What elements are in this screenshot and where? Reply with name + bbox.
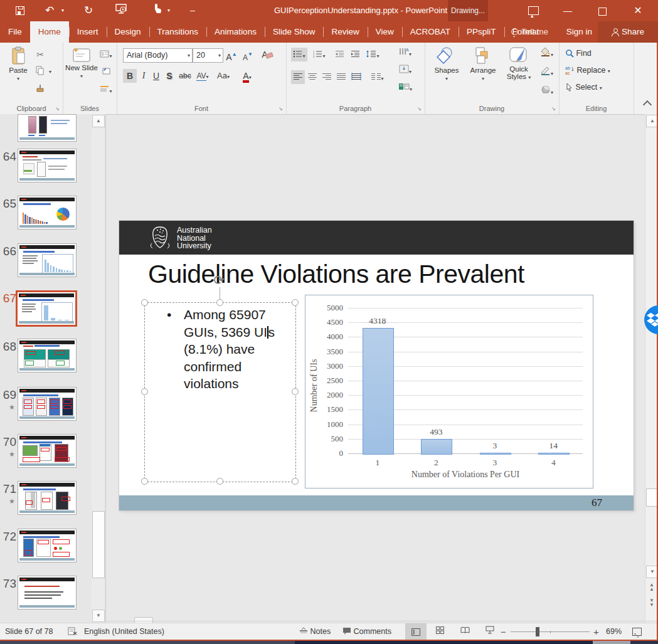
notes-toggle[interactable]: Notes xyxy=(299,623,331,640)
cut-button[interactable]: ✂ xyxy=(33,48,48,61)
slide-indicator[interactable]: Slide 67 of 78 xyxy=(5,623,53,640)
main-scrollbar[interactable]: ▲ ▼ ▲▲ ▼▼ xyxy=(645,114,658,623)
line-spacing-button[interactable]: ▾ xyxy=(364,48,381,61)
slide-thumbnail-65[interactable] xyxy=(18,196,77,230)
underline-button[interactable]: U xyxy=(150,69,162,83)
font-color-button[interactable]: A▾ xyxy=(240,69,255,83)
tab-insert[interactable]: Insert xyxy=(69,21,107,43)
shape-outline-button[interactable]: ▾ xyxy=(538,65,556,79)
ribbon-display-options-button[interactable] xyxy=(523,0,544,21)
section-button[interactable]: ▾ xyxy=(99,83,113,97)
increase-font-size-button[interactable]: A▲ xyxy=(225,48,238,61)
normal-view-button[interactable] xyxy=(405,623,427,640)
convert-to-smartart-button[interactable]: ▾ xyxy=(393,81,418,95)
slide-thumbnail-71[interactable] xyxy=(18,481,77,515)
selection-handle-mid-left[interactable] xyxy=(141,388,148,395)
align-text-button[interactable]: ▾ xyxy=(393,63,418,77)
thumbnail-scroll-up-button[interactable]: ▲ xyxy=(92,115,105,127)
copy-button[interactable] xyxy=(33,65,48,79)
slide-thumbnail-67[interactable] xyxy=(16,290,77,327)
tab-acrobat[interactable]: ACROBAT xyxy=(402,21,459,43)
bullets-button[interactable]: ▾ xyxy=(291,48,307,61)
selection-handle-mid-right[interactable] xyxy=(292,388,299,395)
zoom-level[interactable]: 69% xyxy=(606,623,622,640)
rotate-handle-icon[interactable]: ⟳ xyxy=(211,272,227,288)
share-button[interactable]: Share xyxy=(598,21,658,43)
sign-in-button[interactable]: Sign in xyxy=(566,21,592,43)
drawing-dialog-launcher[interactable]: ↘ xyxy=(551,106,557,112)
minimize-button[interactable]: — xyxy=(557,0,578,21)
fit-slide-to-window-button[interactable] xyxy=(632,623,642,640)
reading-view-button[interactable] xyxy=(454,623,475,640)
zoom-in-button[interactable]: + xyxy=(593,623,599,640)
shapes-button[interactable]: Shapes▾ xyxy=(430,46,464,82)
undo-dropdown-icon[interactable]: ▾ xyxy=(60,0,66,21)
strikethrough-button[interactable]: abc xyxy=(177,69,193,83)
tab-review[interactable]: Review xyxy=(323,21,367,43)
tab-ppsplit[interactable]: PPspliT xyxy=(459,21,504,43)
customize-qat-icon[interactable]: ▾ xyxy=(188,0,197,21)
font-name-combo[interactable]: Arial (Body)▾ xyxy=(123,48,193,63)
selection-handle-bottom-center[interactable] xyxy=(216,478,223,485)
tell-me-button[interactable]: Tell me xyxy=(511,21,548,43)
bar-chart[interactable]: 0500100015002000250030003500400045005000… xyxy=(305,295,593,488)
close-button[interactable]: ✕ xyxy=(627,0,649,21)
reset-slide-button[interactable] xyxy=(99,65,113,79)
align-center-button[interactable] xyxy=(305,70,319,84)
spell-check-icon[interactable] xyxy=(68,623,77,640)
selection-handle-top-center[interactable] xyxy=(216,299,223,306)
find-button[interactable]: Find xyxy=(565,46,622,60)
touch-mode-icon[interactable] xyxy=(151,0,164,21)
copy-dropdown-icon[interactable]: ▾ xyxy=(49,69,51,75)
maximize-button[interactable] xyxy=(592,0,613,21)
slide-thumbnail-73[interactable] xyxy=(18,576,77,610)
bullet-text[interactable]: • Among 65907 GUIs, 5369 UIs (8.1%) have… xyxy=(167,306,286,393)
clipboard-dialog-launcher[interactable]: ↘ xyxy=(55,106,61,112)
paragraph-dialog-launcher[interactable]: ↘ xyxy=(417,106,423,112)
paste-button[interactable]: Paste▾ xyxy=(5,46,31,82)
chart-bar-3[interactable] xyxy=(480,453,511,455)
increase-indent-button[interactable] xyxy=(348,48,362,61)
thumbnail-scrollbar[interactable]: ▲ ▼ xyxy=(92,114,104,623)
language-indicator[interactable]: English (United States) xyxy=(84,623,164,640)
selection-handle-bottom-left[interactable] xyxy=(141,478,148,485)
align-right-button[interactable] xyxy=(320,70,334,84)
italic-button[interactable]: I xyxy=(137,69,150,83)
start-slideshow-icon[interactable] xyxy=(113,0,129,21)
align-left-button[interactable] xyxy=(291,70,305,84)
text-shadow-button[interactable]: S xyxy=(163,69,176,83)
numbering-button[interactable]: 123▾ xyxy=(311,48,327,61)
change-case-button[interactable]: Aa▾ xyxy=(215,69,232,83)
replace-button[interactable]: abac Replace ▾ xyxy=(565,63,630,77)
selection-handle-bottom-right[interactable] xyxy=(292,478,299,485)
shape-fill-button[interactable]: ▾ xyxy=(538,46,556,60)
format-painter-button[interactable] xyxy=(33,83,48,97)
next-slide-button[interactable]: ▼▼ xyxy=(646,597,657,610)
previous-slide-button[interactable]: ▲▲ xyxy=(646,581,657,594)
shape-effects-button[interactable]: ▾ xyxy=(538,84,556,98)
slideshow-view-button[interactable] xyxy=(479,623,501,640)
context-tab-drawing[interactable]: Drawing... xyxy=(448,0,488,21)
arrange-button[interactable]: Arrange▾ xyxy=(466,46,500,82)
columns-button[interactable]: ▾ xyxy=(369,70,386,84)
quick-styles-button[interactable]: Quick Styles ▾ xyxy=(502,46,535,82)
font-dialog-launcher[interactable]: ↘ xyxy=(279,106,284,112)
thumbnail-scrollbar-thumb[interactable] xyxy=(92,511,105,578)
slide-thumbnail-partial[interactable] xyxy=(18,114,77,142)
comments-toggle[interactable]: Comments xyxy=(342,623,391,640)
slide-thumbnail-66[interactable] xyxy=(18,243,77,277)
chart-bar-4[interactable] xyxy=(538,453,570,455)
slide-thumbnail-72[interactable] xyxy=(18,529,77,562)
tab-view[interactable]: View xyxy=(368,21,402,43)
decrease-indent-button[interactable] xyxy=(332,48,346,61)
chart-bar-1[interactable] xyxy=(363,328,394,455)
slide-sorter-view-button[interactable] xyxy=(429,623,450,640)
tab-slide-show[interactable]: Slide Show xyxy=(265,21,324,43)
zoom-out-button[interactable]: − xyxy=(501,623,506,640)
decrease-font-size-button[interactable]: A▼ xyxy=(241,48,255,61)
redo-icon[interactable]: ↻ xyxy=(80,0,97,21)
font-size-combo[interactable]: 20▾ xyxy=(193,48,223,63)
chart-bar-2[interactable] xyxy=(421,439,452,455)
select-button[interactable]: Select ▾ xyxy=(565,80,630,94)
slide-thumbnail-68[interactable] xyxy=(18,339,77,372)
